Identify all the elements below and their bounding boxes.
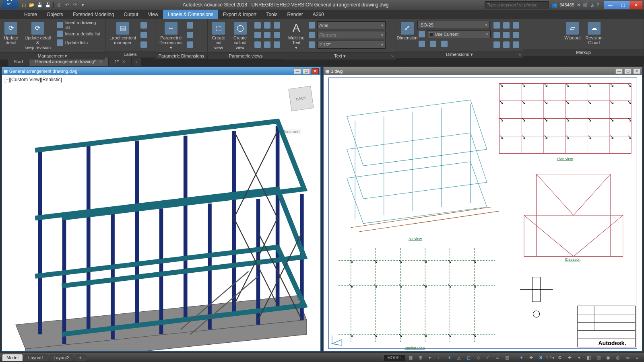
isolate-icon[interactable]: ◎ bbox=[613, 354, 622, 361]
view-tool-6[interactable] bbox=[272, 31, 281, 39]
cart-icon[interactable]: 🛒 bbox=[583, 2, 588, 8]
open-icon[interactable]: 📂 bbox=[28, 1, 35, 8]
label-tool-2[interactable] bbox=[139, 31, 148, 39]
layout-tab-add[interactable]: + bbox=[75, 354, 85, 361]
param-tool-1[interactable] bbox=[186, 21, 194, 30]
autodesk-icon[interactable]: ◭ bbox=[591, 2, 594, 8]
docwin-titlebar[interactable]: ▦ General arrangement drawing.dwg — ▢ ✕ bbox=[2, 67, 320, 75]
tab-view[interactable]: View bbox=[143, 10, 163, 19]
add-tab-button[interactable]: + bbox=[132, 58, 141, 66]
tab-home[interactable]: Home bbox=[19, 10, 42, 19]
docwin-minimize[interactable]: — bbox=[294, 68, 301, 74]
view-tool-3[interactable] bbox=[272, 21, 281, 30]
update-lists-button[interactable]: Update lists bbox=[56, 39, 103, 47]
tab-labels-dimensions[interactable]: Labels & Dimensions bbox=[163, 10, 218, 19]
docwin-maximize[interactable]: ▢ bbox=[624, 68, 632, 74]
close-icon[interactable]: ✕ bbox=[99, 59, 103, 64]
ortho-icon[interactable]: ∟ bbox=[435, 354, 444, 361]
dim-tool-8[interactable] bbox=[502, 40, 511, 49]
text-size-combo[interactable]: 2 1/2" bbox=[317, 41, 386, 49]
update-keep-revision-button[interactable]: ⟳Update detail & keep revision bbox=[21, 21, 54, 51]
angular-dim-icon[interactable] bbox=[440, 39, 449, 48]
dim-tool-4[interactable] bbox=[492, 31, 501, 39]
help-icon[interactable]: ? bbox=[597, 2, 599, 7]
otrack-icon[interactable]: ∠ bbox=[483, 354, 492, 361]
param-tool-3[interactable] bbox=[186, 40, 194, 49]
filter-icon[interactable]: ✖ bbox=[536, 354, 545, 361]
layout-tab-layout2[interactable]: Layout2 bbox=[50, 354, 73, 361]
docwin-minimize[interactable]: — bbox=[615, 68, 623, 74]
cleanscreen-icon[interactable]: ▭ bbox=[623, 354, 632, 361]
find-icon[interactable] bbox=[308, 31, 316, 39]
dim-tool-7[interactable] bbox=[492, 40, 501, 49]
tab-output[interactable]: Output bbox=[119, 10, 143, 19]
snap-icon[interactable]: ⊞ bbox=[416, 354, 425, 361]
dim-tool-5[interactable] bbox=[502, 31, 511, 39]
anno-vis-icon[interactable]: ✚ bbox=[565, 354, 574, 361]
gear-icon[interactable]: ⚙ bbox=[555, 354, 564, 361]
close-icon[interactable]: ✕ bbox=[122, 59, 126, 64]
update-detail-button[interactable]: ⟳Update detail bbox=[2, 21, 20, 46]
dim-tool-6[interactable] bbox=[512, 31, 520, 39]
tab-render[interactable]: Render bbox=[282, 10, 308, 19]
tab-export-import[interactable]: Export & Import bbox=[218, 10, 261, 19]
view-tool-7[interactable] bbox=[253, 40, 262, 49]
label-content-manager-button[interactable]: ▤Label content manager bbox=[108, 21, 138, 46]
minimize-button[interactable]: — bbox=[604, 1, 617, 9]
workspace-icon[interactable]: ▾ bbox=[575, 354, 584, 361]
dim-tool-1[interactable] bbox=[492, 21, 501, 30]
panel-expand-icon[interactable]: ↘ bbox=[518, 52, 521, 56]
person-icon[interactable]: ✦ bbox=[517, 354, 526, 361]
create-cut-view-button[interactable]: ⬚Create cut view bbox=[210, 21, 227, 51]
dim-layer-icon[interactable] bbox=[417, 30, 426, 39]
exchange-icon[interactable]: ✕ bbox=[577, 2, 580, 8]
maximize-button[interactable]: ▢ bbox=[617, 1, 630, 9]
use-current-combo[interactable]: Use Current bbox=[427, 30, 491, 38]
create-callout-view-button[interactable]: ◯Create callout view bbox=[229, 21, 252, 51]
docwin-maximize[interactable]: ▢ bbox=[303, 68, 310, 74]
find-text-input[interactable]: Find text bbox=[317, 31, 386, 39]
drawing-sheet-viewport[interactable]: 3D view ↘↘↘↘↘↘↘ ↘↘↘↘↘↘↘ ↘↘↘↘↘↘↘ ↘↘↘↘↘↘↘ bbox=[324, 75, 642, 351]
viewport-label[interactable]: [−][Custom View][Realistic] bbox=[4, 77, 62, 82]
app-logo[interactable]: A STL bbox=[2, 0, 18, 9]
saveas-icon[interactable]: 💾 bbox=[44, 1, 52, 8]
view-tool-5[interactable] bbox=[263, 31, 272, 39]
customize-icon[interactable]: ≡ bbox=[633, 354, 642, 361]
qat-dropdown-icon[interactable]: ▾ bbox=[79, 1, 87, 8]
dropdown-icon[interactable]: ▾ bbox=[425, 354, 434, 361]
docwin-close[interactable]: ✕ bbox=[633, 68, 640, 74]
dim-tool-9[interactable] bbox=[512, 40, 520, 49]
insert-drawing-list-button[interactable]: Insert a drawing list bbox=[56, 21, 103, 29]
view-tool-8[interactable] bbox=[263, 40, 272, 49]
layout-tab-layout1[interactable]: Layout1 bbox=[24, 354, 48, 361]
anno-scale[interactable]: 1:1 ▾ bbox=[546, 354, 555, 361]
3dosnap-icon[interactable]: ◇ bbox=[474, 354, 483, 361]
help-search-input[interactable] bbox=[485, 1, 549, 8]
revision-cloud-button[interactable]: ☁Revision Cloud bbox=[584, 21, 604, 46]
docwin-close[interactable]: ✕ bbox=[312, 68, 319, 74]
gizmo-icon[interactable]: ✚ bbox=[526, 354, 535, 361]
osnap-icon[interactable]: ◻ bbox=[464, 354, 473, 361]
tab-objects[interactable]: Objects bbox=[42, 10, 68, 19]
quickprops-icon[interactable]: ▤ bbox=[594, 354, 603, 361]
isoplane-icon[interactable]: ◬ bbox=[454, 354, 463, 361]
aligned-dim-icon[interactable] bbox=[429, 39, 438, 48]
label-tool-1[interactable] bbox=[139, 21, 148, 30]
transparency-icon[interactable]: ▨ bbox=[503, 354, 512, 361]
undo-icon[interactable]: ↶ bbox=[63, 1, 70, 8]
tab-extended-modeling[interactable]: Extended Modeling bbox=[68, 10, 119, 19]
linear-dim-icon[interactable] bbox=[417, 39, 426, 48]
tab-tools[interactable]: Tools bbox=[261, 10, 282, 19]
save-icon[interactable]: 💾 bbox=[36, 1, 43, 8]
dimension-button[interactable]: ⤢Dimension bbox=[398, 21, 416, 41]
dim-tool-2[interactable] bbox=[502, 21, 511, 30]
doctab-1[interactable]: 1*✕ bbox=[109, 57, 131, 66]
label-tool-3[interactable] bbox=[139, 40, 148, 49]
signin-icon[interactable]: 👥 bbox=[551, 2, 557, 8]
redo-icon[interactable]: ↷ bbox=[71, 1, 78, 8]
panel-expand-icon[interactable]: ↘ bbox=[391, 54, 394, 58]
docwin-titlebar[interactable]: ▦ 1.dwg — ▢ ✕ bbox=[324, 67, 642, 75]
model-viewport-3d[interactable]: [−][Custom View][Realistic] BACK Unnamed bbox=[2, 75, 320, 351]
view-tool-9[interactable] bbox=[272, 40, 281, 49]
wipeout-button[interactable]: ▱Wipeout bbox=[563, 21, 582, 41]
